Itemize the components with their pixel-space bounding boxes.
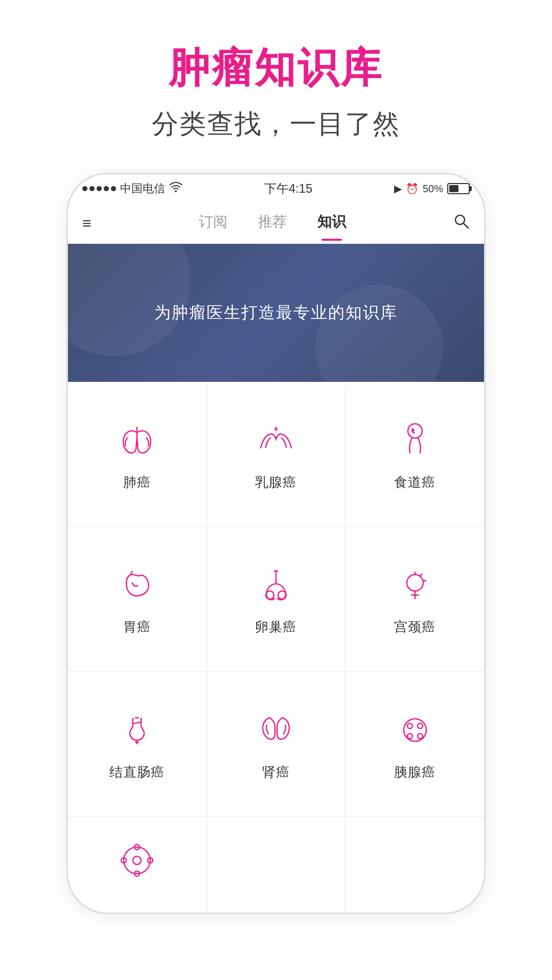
svg-point-8 bbox=[407, 723, 412, 728]
lung-label: 肺癌 bbox=[123, 473, 151, 491]
grid-item-breast[interactable]: 乳腺癌 bbox=[207, 382, 346, 527]
tab-recommend[interactable]: 推荐 bbox=[258, 212, 287, 235]
grid-item-cervix[interactable]: 宫颈癌 bbox=[346, 527, 484, 672]
kidney-label: 肾癌 bbox=[262, 763, 290, 781]
page-subtitle: 分类查找，一目了然 bbox=[152, 106, 400, 142]
grid-item-empty-2 bbox=[346, 817, 484, 913]
colorectal-icon bbox=[114, 707, 160, 753]
wifi-icon bbox=[169, 182, 182, 195]
svg-point-11 bbox=[418, 734, 423, 739]
grid-item-kidney[interactable]: 肾癌 bbox=[207, 672, 346, 816]
tab-knowledge[interactable]: 知识 bbox=[317, 212, 346, 235]
svg-point-6 bbox=[407, 575, 423, 591]
carrier-label: 中国电信 bbox=[120, 181, 165, 196]
stomach-icon bbox=[114, 562, 160, 608]
grid-item-ovary[interactable]: 卵巢癌 bbox=[207, 527, 346, 672]
other-icon bbox=[114, 837, 160, 883]
esophagus-label: 食道癌 bbox=[394, 473, 435, 491]
svg-point-9 bbox=[418, 723, 423, 728]
grid-item-colorectal[interactable]: 结直肠癌 bbox=[68, 672, 206, 816]
stomach-label: 胃癌 bbox=[123, 618, 151, 636]
grid-item-pancreas[interactable]: 胰腺癌 bbox=[346, 672, 484, 816]
pancreas-icon bbox=[392, 707, 438, 753]
page-header: 肿瘤知识库 分类查找，一目了然 bbox=[152, 41, 400, 142]
svg-point-13 bbox=[133, 856, 141, 864]
status-bar: 中国电信 下午4:15 ▶ ⏰ 50% bbox=[68, 174, 484, 203]
banner-text: 为肿瘤医生打造最专业的知识库 bbox=[154, 302, 398, 324]
breast-label: 乳腺癌 bbox=[255, 473, 296, 491]
search-button[interactable] bbox=[439, 213, 484, 233]
svg-point-7 bbox=[404, 719, 426, 741]
banner: 为肿瘤医生打造最专业的知识库 bbox=[68, 244, 484, 382]
tabs: 订阅 推荐 知识 bbox=[106, 212, 439, 235]
svg-line-1 bbox=[464, 223, 468, 228]
ovary-icon bbox=[253, 562, 299, 608]
grid-item-empty-1 bbox=[207, 817, 346, 913]
alarm-icon: ⏰ bbox=[406, 183, 419, 195]
location-icon: ▶ bbox=[394, 183, 402, 195]
page-title: 肿瘤知识库 bbox=[152, 41, 400, 96]
battery-icon bbox=[447, 183, 470, 194]
grid-item-lung[interactable]: 肺癌 bbox=[68, 382, 206, 527]
svg-point-2 bbox=[408, 424, 422, 438]
svg-point-10 bbox=[407, 734, 412, 739]
pancreas-label: 胰腺癌 bbox=[394, 763, 435, 781]
lung-icon bbox=[114, 417, 160, 463]
grid-item-other[interactable] bbox=[68, 817, 206, 913]
signal-dots bbox=[82, 186, 116, 191]
grid-item-esophagus[interactable]: 食道癌 bbox=[346, 382, 484, 527]
status-left: 中国电信 bbox=[82, 181, 182, 196]
phone-frame: 中国电信 下午4:15 ▶ ⏰ 50% ≡ bbox=[66, 173, 486, 914]
status-right: ▶ ⏰ 50% bbox=[394, 183, 470, 195]
battery-percent: 50% bbox=[423, 183, 443, 195]
menu-icon[interactable]: ≡ bbox=[68, 215, 106, 232]
grid-item-stomach[interactable]: 胃癌 bbox=[68, 527, 206, 672]
svg-point-12 bbox=[124, 847, 150, 874]
status-time: 下午4:15 bbox=[264, 180, 313, 197]
ovary-label: 卵巢癌 bbox=[255, 618, 296, 636]
tab-bar: ≡ 订阅 推荐 知识 bbox=[68, 203, 484, 244]
breast-icon bbox=[253, 417, 299, 463]
esophagus-icon bbox=[392, 417, 438, 463]
tab-subscribe[interactable]: 订阅 bbox=[199, 212, 227, 235]
kidney-icon bbox=[253, 707, 299, 753]
cancer-grid: 肺癌 乳腺癌 bbox=[68, 382, 484, 913]
cervix-icon bbox=[392, 562, 438, 608]
colorectal-label: 结直肠癌 bbox=[109, 763, 165, 781]
cervix-label: 宫颈癌 bbox=[394, 618, 435, 636]
